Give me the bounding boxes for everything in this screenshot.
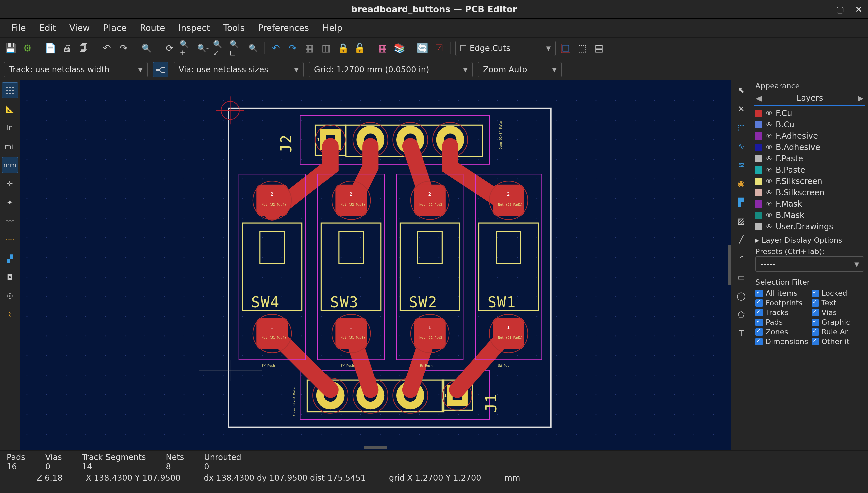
polar-coords-toggle[interactable]: 📐 — [2, 101, 18, 117]
select-tool-icon[interactable]: ⬉ — [733, 82, 750, 98]
filter-Locked[interactable]: Locked — [811, 289, 864, 297]
menu-help[interactable]: Help — [316, 21, 348, 35]
route-track-icon[interactable]: ∿ — [733, 138, 750, 154]
page-settings-icon[interactable]: 📄 — [44, 42, 57, 55]
layer-row-B.Adhesive[interactable]: 👁B.Adhesive — [755, 142, 865, 153]
zoom-dropdown[interactable]: Zoom Auto▼ — [478, 62, 561, 78]
draw-arc-icon[interactable]: ◜ — [733, 251, 750, 266]
show-grid-toggle[interactable] — [2, 82, 18, 98]
minimize-button[interactable]: — — [812, 0, 831, 18]
undo-icon[interactable]: ↶ — [100, 42, 113, 55]
filter-Zones[interactable]: Zones — [756, 328, 808, 336]
menu-route[interactable]: Route — [134, 21, 171, 35]
plot-icon[interactable]: 🗐 — [77, 42, 90, 55]
layer-row-B.Silkscreen[interactable]: 👁B.Silkscreen — [755, 187, 865, 198]
draw-polygon-icon[interactable]: ⬠ — [733, 307, 750, 323]
add-keepout-icon[interactable]: ▨ — [733, 213, 750, 229]
visibility-eye-icon[interactable]: 👁 — [765, 155, 772, 163]
curved-ratsnest-toggle[interactable]: 〰 — [2, 213, 18, 229]
full-crosshair-toggle[interactable]: ✛ — [2, 176, 18, 192]
layer-row-F.Adhesive[interactable]: 👁F.Adhesive — [755, 130, 865, 142]
presets-dropdown[interactable]: -----▼ — [756, 256, 864, 272]
filter-Dimensions[interactable]: Dimensions — [756, 337, 808, 346]
grid-dropdown[interactable]: Grid: 1.2700 mm (0.0500 in)▼ — [309, 62, 473, 78]
visibility-eye-icon[interactable]: 👁 — [765, 189, 772, 197]
via-size-dropdown[interactable]: Via: use netclass sizes▼ — [174, 62, 304, 78]
menu-edit[interactable]: Edit — [34, 21, 62, 35]
menu-tools[interactable]: Tools — [217, 21, 251, 35]
redo-icon[interactable]: ↷ — [117, 42, 130, 55]
menu-view[interactable]: View — [63, 21, 96, 35]
menu-preferences[interactable]: Preferences — [252, 21, 315, 35]
net-color-toggle[interactable]: 〰 — [2, 232, 18, 248]
filter-Other it[interactable]: Other it — [811, 337, 864, 346]
visibility-eye-icon[interactable]: 👁 — [765, 223, 772, 231]
zoom-selection-icon[interactable]: 🔍 — [246, 42, 260, 55]
filter-Footprints[interactable]: Footprints — [756, 299, 808, 307]
auto-track-width-toggle[interactable] — [153, 62, 168, 78]
filter-Rule Ar[interactable]: Rule Ar — [811, 328, 864, 336]
layer-row-B.Cu[interactable]: 👁B.Cu — [755, 119, 865, 130]
3d-viewer-icon[interactable]: ⬚ — [576, 42, 589, 55]
footprint-browser-icon[interactable]: 📚 — [393, 42, 406, 55]
refresh-icon[interactable]: ⟳ — [163, 42, 176, 55]
menu-inspect[interactable]: Inspect — [172, 21, 216, 35]
layer-row-B.Mask[interactable]: 👁B.Mask — [755, 210, 865, 221]
units-inch-toggle[interactable]: in — [2, 120, 18, 135]
panel-tab-prev[interactable]: ◀ — [754, 94, 763, 102]
maximize-button[interactable]: ▢ — [831, 0, 849, 18]
board-setup-icon[interactable]: ⚙ — [21, 42, 34, 55]
panel-tab-layers[interactable]: Layers — [763, 92, 856, 104]
add-dimension-icon[interactable]: ⟋ — [733, 344, 750, 360]
menu-place[interactable]: Place — [97, 21, 133, 35]
visibility-eye-icon[interactable]: 👁 — [765, 121, 772, 129]
pcb-canvas[interactable]: J2 1 2 3 — [20, 80, 731, 450]
layer-row-User.Drawings[interactable]: 👁User.Drawings — [755, 221, 865, 233]
route-diff-pair-icon[interactable]: ≋ — [733, 157, 750, 173]
filter-Pads[interactable]: Pads — [756, 318, 808, 326]
print-icon[interactable]: 🖨 — [61, 42, 74, 55]
drc-icon[interactable]: ☑ — [432, 42, 446, 55]
visibility-eye-icon[interactable]: 👁 — [765, 200, 772, 208]
show-ratsnest-toggle[interactable]: ✦ — [2, 194, 18, 210]
layer-row-B.Paste[interactable]: 👁B.Paste — [755, 164, 865, 176]
add-via-icon[interactable]: ◉ — [733, 176, 750, 192]
visibility-eye-icon[interactable]: 👁 — [765, 109, 772, 117]
visibility-eye-icon[interactable]: 👁 — [765, 211, 772, 219]
zone-display-toggle[interactable]: ▞ — [2, 251, 18, 266]
via-outline-toggle[interactable]: ☉ — [2, 288, 18, 304]
visibility-eye-icon[interactable]: 👁 — [765, 143, 772, 151]
active-layer-dropdown[interactable]: Edge.Cuts ▼ — [455, 41, 556, 56]
find-icon[interactable]: 🔍 — [140, 42, 153, 55]
local-ratsnest-icon[interactable]: ⬚ — [733, 120, 750, 135]
layer-row-F.Paste[interactable]: 👁F.Paste — [755, 153, 865, 164]
lock-icon[interactable]: 🔒 — [336, 42, 350, 55]
rotate-cw-icon[interactable]: ↷ — [286, 42, 299, 55]
filter-Vias[interactable]: Vias — [811, 308, 864, 317]
layer-row-F.Silkscreen[interactable]: 👁F.Silkscreen — [755, 176, 865, 187]
filter-Graphic[interactable]: Graphic — [811, 318, 864, 326]
units-mil-toggle[interactable]: mil — [2, 138, 18, 154]
draw-rect-icon[interactable]: ▭ — [733, 269, 750, 285]
mirror-v-icon[interactable]: ▥ — [319, 42, 333, 55]
add-text-icon[interactable]: T — [733, 325, 750, 341]
visibility-eye-icon[interactable]: 👁 — [765, 166, 772, 174]
track-outline-toggle[interactable]: ⌇ — [2, 307, 18, 323]
zoom-out-icon[interactable]: 🔍- — [196, 42, 210, 55]
panel-tab-next[interactable]: ▶ — [856, 94, 865, 102]
units-mm-toggle[interactable]: mm — [2, 157, 18, 173]
visibility-eye-icon[interactable]: 👁 — [765, 177, 772, 185]
filter-All items[interactable]: All items — [756, 289, 808, 297]
draw-circle-icon[interactable]: ◯ — [733, 288, 750, 304]
highlight-net-icon[interactable]: ✕ — [733, 101, 750, 117]
track-width-dropdown[interactable]: Track: use netclass width▼ — [4, 62, 148, 78]
save-icon[interactable]: 💾 — [4, 42, 17, 55]
vertical-splitter[interactable] — [728, 245, 731, 285]
layer-display-options[interactable]: ▸ Layer Display Options — [752, 234, 868, 246]
scripting-icon[interactable]: ▤ — [592, 42, 606, 55]
update-from-schematic-icon[interactable]: 🔄 — [416, 42, 429, 55]
visibility-eye-icon[interactable]: 👁 — [765, 132, 772, 140]
bottom-grip[interactable] — [364, 446, 387, 449]
unlock-icon[interactable]: 🔓 — [353, 42, 366, 55]
draw-line-icon[interactable]: ╱ — [733, 232, 750, 248]
